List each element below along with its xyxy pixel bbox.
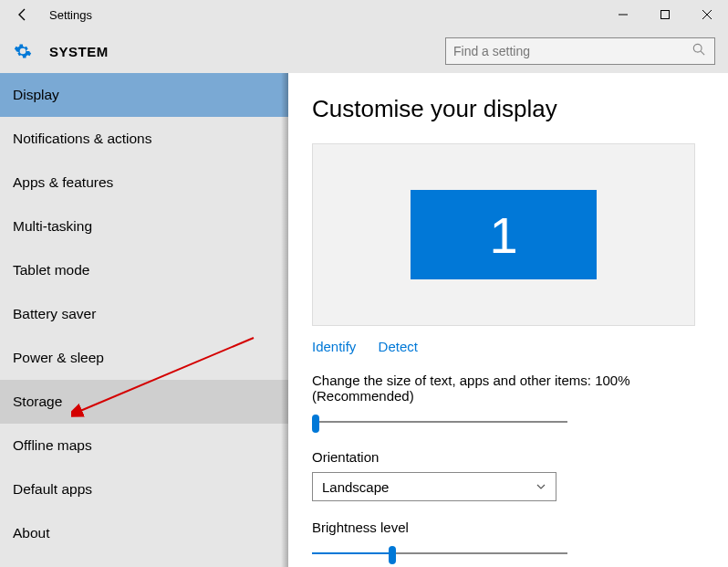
search-box[interactable]: [445, 37, 715, 65]
sidebar-item-label: Tablet mode: [13, 262, 89, 278]
section-title: SYSTEM: [49, 44, 109, 59]
close-button[interactable]: [686, 0, 728, 29]
sidebar-item-label: Default apps: [13, 481, 92, 498]
sidebar-item-apps-features[interactable]: Apps & features: [0, 161, 288, 205]
sidebar-item-storage[interactable]: Storage: [0, 380, 288, 424]
sidebar-item-label: Apps & features: [13, 174, 113, 191]
close-icon: [702, 10, 712, 19]
slider-thumb[interactable]: [389, 546, 396, 564]
monitor-1[interactable]: 1: [411, 190, 597, 279]
window-title: Settings: [49, 8, 92, 22]
sidebar-item-battery-saver[interactable]: Battery saver: [0, 292, 288, 336]
sidebar: DisplayNotifications & actionsApps & fea…: [0, 73, 288, 567]
sidebar-item-label: Storage: [13, 394, 62, 410]
brightness-slider[interactable]: [312, 544, 567, 562]
sidebar-item-multi-tasking[interactable]: Multi-tasking: [0, 205, 288, 248]
sidebar-item-label: Battery saver: [13, 306, 96, 322]
header: SYSTEM: [0, 29, 728, 73]
brightness-label: Brightness level: [312, 520, 704, 535]
sidebar-item-tablet-mode[interactable]: Tablet mode: [0, 248, 288, 292]
titlebar: Settings: [0, 0, 728, 29]
display-preview[interactable]: 1: [312, 143, 695, 326]
scale-slider[interactable]: [312, 413, 567, 431]
sidebar-item-offline-maps[interactable]: Offline maps: [0, 424, 288, 467]
orientation-value: Landscape: [322, 479, 536, 495]
orientation-dropdown[interactable]: Landscape: [312, 472, 556, 501]
sidebar-divider: [281, 73, 288, 567]
content-pane: Customise your display 1 Identify Detect…: [288, 73, 728, 567]
slider-thumb[interactable]: [312, 415, 319, 433]
search-icon: [692, 43, 707, 59]
display-links: Identify Detect: [312, 339, 704, 354]
maximize-icon: [660, 10, 670, 19]
scale-label: Change the size of text, apps and other …: [312, 373, 704, 404]
sidebar-item-label: Multi-tasking: [13, 218, 92, 235]
sidebar-item-label: Offline maps: [13, 437, 92, 454]
sidebar-item-label: About: [13, 525, 50, 541]
maximize-button[interactable]: [644, 0, 686, 29]
detect-link[interactable]: Detect: [379, 339, 418, 354]
sidebar-item-power-sleep[interactable]: Power & sleep: [0, 336, 288, 380]
sidebar-item-default-apps[interactable]: Default apps: [0, 467, 288, 511]
gear-icon: [13, 41, 33, 61]
sidebar-item-display[interactable]: Display: [0, 73, 288, 117]
svg-rect-0: [661, 11, 670, 19]
sidebar-item-about[interactable]: About: [0, 511, 288, 555]
sidebar-item-label: Notifications & actions: [13, 131, 152, 147]
minimize-icon: [619, 10, 628, 19]
sidebar-item-label: Power & sleep: [13, 350, 104, 366]
sidebar-item-label: Display: [13, 87, 59, 103]
chevron-down-icon: [536, 479, 546, 495]
page-heading: Customise your display: [312, 95, 704, 123]
identify-link[interactable]: Identify: [312, 339, 356, 354]
orientation-label: Orientation: [312, 449, 704, 465]
search-input[interactable]: [453, 44, 692, 58]
svg-point-1: [693, 44, 702, 52]
back-button[interactable]: [13, 5, 33, 25]
sidebar-item-notifications-actions[interactable]: Notifications & actions: [0, 117, 288, 161]
minimize-button[interactable]: [602, 0, 644, 29]
monitor-number: 1: [489, 205, 517, 265]
